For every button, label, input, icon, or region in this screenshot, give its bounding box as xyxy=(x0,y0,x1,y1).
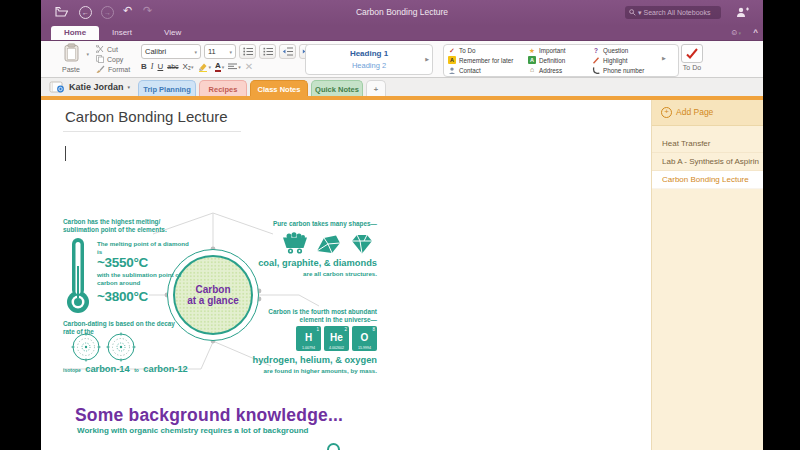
page-list-item-active[interactable]: Carbon Bonding Lecture xyxy=(652,171,763,189)
share-person-icon[interactable] xyxy=(736,7,749,18)
italic-button[interactable]: I xyxy=(151,62,154,71)
style-heading2[interactable]: Heading 2 xyxy=(306,61,432,70)
isotope-prefix: isotope xyxy=(63,367,81,373)
ribbon: ▾ Paste Cut Copy xyxy=(41,41,763,78)
search-scope-dropdown-icon[interactable]: ▾ xyxy=(638,9,642,17)
tag-label: To Do xyxy=(459,47,475,54)
paste-button[interactable]: ▾ Paste xyxy=(51,43,91,73)
isotope-caption: isotope carbon-14 to carbon-12 xyxy=(63,358,203,376)
add-page-button[interactable]: + Add Page xyxy=(652,100,763,126)
yellow-a-icon: A xyxy=(448,56,456,64)
tag-important[interactable]: ★ Important xyxy=(528,46,592,56)
collapse-ribbon-icon[interactable]: ^ xyxy=(753,28,758,37)
page-list-sidebar: + Add Page Heat Transfer Lab A - Synthes… xyxy=(651,100,763,450)
todo-tag-button[interactable]: To Do xyxy=(677,44,707,71)
page-title[interactable]: Carbon Bonding Lecture xyxy=(65,108,228,125)
tag-label: Remember for later xyxy=(459,57,513,64)
add-section-tab[interactable]: + xyxy=(366,80,386,97)
tag-definition[interactable]: A Definition xyxy=(528,56,592,66)
house-icon: ⌂ xyxy=(528,66,536,74)
circle-title-line2: at a glance xyxy=(187,295,239,306)
paste-dropdown-icon[interactable]: ▾ xyxy=(86,51,89,57)
bold-button[interactable]: B xyxy=(141,62,147,71)
notebook-switcher[interactable]: Katie Jordan ▾ xyxy=(49,81,130,93)
abundance-caption: hydrogen, helium, & oxygen xyxy=(231,355,377,365)
todo-button-label: To Do xyxy=(677,64,707,71)
isotope-joiner: to xyxy=(134,367,139,373)
paragraph-align-button[interactable]: ▾ xyxy=(228,63,241,71)
melt-intro: The melting point of a diamond is xyxy=(97,240,189,256)
partial-graphic xyxy=(327,443,340,450)
delete-button[interactable]: ✕ xyxy=(245,61,253,72)
search-icon xyxy=(629,9,636,16)
style-heading1[interactable]: Heading 1 xyxy=(306,49,432,58)
page-list-item[interactable]: Heat Transfer xyxy=(652,135,763,153)
copy-button[interactable]: Copy xyxy=(96,54,130,64)
decrease-indent-button[interactable] xyxy=(279,44,296,59)
carbon-12: carbon-12 xyxy=(143,364,187,374)
section-tab-recipes[interactable]: Recipes xyxy=(199,80,247,97)
subscript-button[interactable]: X₂ ▾ xyxy=(183,62,194,71)
align-dropdown-icon: ▾ xyxy=(238,64,241,70)
font-color-dropdown-icon: ▾ xyxy=(222,64,225,70)
page-canvas[interactable]: Carbon Bonding Lecture xyxy=(41,100,651,450)
bullets-button[interactable] xyxy=(239,44,256,59)
strikethrough-button[interactable]: abc xyxy=(167,63,178,70)
font-size-select[interactable]: 11 ▾ xyxy=(204,44,236,59)
tag-remember[interactable]: A Remember for later xyxy=(448,56,528,66)
align-lines-icon xyxy=(228,63,237,71)
notebook-name: Katie Jordan xyxy=(69,82,124,92)
section-tab-class-notes[interactable]: Class Notes xyxy=(250,80,308,97)
checkmark-icon: ✓ xyxy=(448,47,456,55)
numbered-list-icon xyxy=(263,47,273,56)
tag-highlight[interactable]: Highlight xyxy=(592,56,664,66)
tags-expand-icon[interactable]: ▶ xyxy=(662,55,666,61)
atomic-number: 1 xyxy=(316,327,319,332)
melting-heading: Carbon has the highest melting/ sublimat… xyxy=(63,218,185,235)
copy-label: Copy xyxy=(107,56,123,63)
carbon-14: carbon-14 xyxy=(85,364,129,374)
section-tab-trip-planning[interactable]: Trip Planning xyxy=(138,80,196,97)
shapes-sub: are all carbon structures. xyxy=(251,270,377,277)
tag-phone[interactable]: Phone number xyxy=(592,65,664,75)
search-placeholder: Search All Notebooks xyxy=(644,9,711,16)
abundance-sub: are found in higher amounts, by mass. xyxy=(247,367,377,374)
font-size-value: 11 xyxy=(208,47,216,56)
underline-button[interactable]: U xyxy=(157,62,163,71)
font-color-button[interactable]: A ▾ xyxy=(215,61,224,72)
highlight-button[interactable]: ▾ xyxy=(198,62,212,72)
font-family-select[interactable]: Calibri ▾ xyxy=(141,44,201,59)
tag-address[interactable]: ⌂ Address xyxy=(528,65,592,75)
tab-view[interactable]: View xyxy=(155,26,190,40)
phone-icon xyxy=(592,67,600,74)
add-page-label: Add Page xyxy=(676,100,713,125)
cut-button[interactable]: Cut xyxy=(96,44,130,54)
title-bar: ← → ↶ ↷ Carbon Bonding Lecture ▾ Search … xyxy=(41,0,763,26)
element-tile-h: 1 H 1.00794 xyxy=(296,326,321,351)
styles-expand-icon[interactable]: ▶ xyxy=(425,56,429,62)
melt-value: ~3550°C xyxy=(97,255,148,270)
numbered-list-button[interactable] xyxy=(259,44,276,59)
page-list-item[interactable]: Lab A - Synthesis of Aspirin xyxy=(652,153,763,171)
section-subheading: Working with organic chemistry requires … xyxy=(77,426,308,435)
styles-gallery: Heading 1 Heading 2 ▶ xyxy=(305,44,433,75)
notebook-icon xyxy=(49,81,65,93)
tag-label: Address xyxy=(539,67,562,74)
tag-contact[interactable]: Contact xyxy=(448,65,528,75)
tag-todo[interactable]: ✓ To Do xyxy=(448,46,528,56)
search-input[interactable]: ▾ Search All Notebooks xyxy=(625,6,721,19)
clipboard-icon xyxy=(64,43,79,62)
tab-home[interactable]: Home xyxy=(51,26,99,40)
format-painter-button[interactable]: Format xyxy=(96,64,130,74)
paste-label: Paste xyxy=(51,66,91,73)
atomic-mass: 4.002602 xyxy=(324,346,349,350)
section-tab-quick-notes[interactable]: Quick Notes xyxy=(311,80,363,97)
question-mark-icon: ? xyxy=(592,47,600,55)
graphite-icon xyxy=(315,234,342,255)
tag-question[interactable]: ? Question xyxy=(592,46,664,56)
atomic-mass: 15.9994 xyxy=(352,346,377,350)
green-a-icon: A xyxy=(528,56,536,64)
tab-insert[interactable]: Insert xyxy=(103,26,141,40)
bullet-list-icon xyxy=(243,47,253,56)
smiley-feedback-icon[interactable]: ☺▾ xyxy=(730,28,741,37)
